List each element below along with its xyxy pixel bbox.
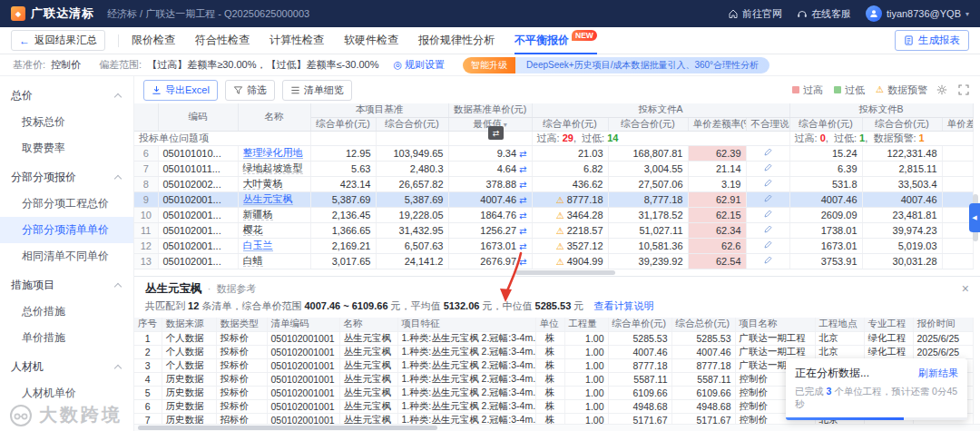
reference-table-header: 序号数据来源数据类型清单编码名称项目特征单位工程量综合单价(元)综合总价(元)项… <box>134 318 973 332</box>
tab-label: 限价检查 <box>132 33 175 48</box>
bidder-b-total-price: 30,031.28 <box>862 253 942 269</box>
fullscreen-icon[interactable] <box>956 83 971 97</box>
bottom-h-scrollbar[interactable] <box>134 424 980 431</box>
table-row[interactable]: 10050102001...新疆杨2,136.4519,228.051864.7… <box>134 207 973 222</box>
table-row[interactable]: 13050102001...白蜡3,017.6524,141.22676.97⇄… <box>134 253 973 269</box>
sidebar-item[interactable]: 总价措施 <box>0 299 133 325</box>
note-cell[interactable] <box>746 161 789 176</box>
official-site-link[interactable]: 前往官网 <box>728 7 782 21</box>
bidder-b-total-price: 2,815.11 <box>862 161 942 176</box>
sidebar-group-header[interactable]: 分部分项报价 <box>0 162 133 191</box>
col-group-bidder-a: 投标文件A <box>532 103 789 117</box>
calc-explain-link[interactable]: 查看计算说明 <box>593 300 653 311</box>
table-row[interactable]: 8050102002...大叶黄杨423.1426,657.82378.88⇄4… <box>134 176 973 191</box>
generate-report-button[interactable]: 生成报表 <box>895 30 969 51</box>
reference-row[interactable]: 1个人数据投标价050102001001丛生元宝枫1.种类:丛生元宝枫 2.冠幅… <box>134 332 973 346</box>
sidebar-item[interactable]: 取费费率 <box>0 135 133 162</box>
sidebar-group-header[interactable]: 人材机 <box>0 351 133 380</box>
item-name-link[interactable]: 樱花 <box>243 224 263 236</box>
base-price-label: 基准价: <box>13 58 45 72</box>
nav-tab[interactable]: 软硬件检查 <box>344 27 398 54</box>
table-row[interactable]: 11050102001...樱花1,366.6531,432.951256.27… <box>134 222 973 238</box>
row-index: 13 <box>134 253 158 269</box>
base-unit-price: 5.63 <box>310 161 376 176</box>
note-cell[interactable] <box>746 222 789 238</box>
compare-icon[interactable]: ⇄ <box>519 226 526 236</box>
collapse-chevron-icon <box>114 283 122 290</box>
edit-note-icon[interactable] <box>763 224 773 234</box>
nav-tab[interactable]: 限价检查 <box>132 27 175 54</box>
generate-report-label: 生成报表 <box>918 34 960 47</box>
edit-note-icon[interactable] <box>763 178 773 188</box>
edit-note-icon[interactable] <box>763 240 773 250</box>
settings-gear-icon[interactable] <box>935 83 949 97</box>
compare-icon[interactable]: ⇄ <box>519 241 526 251</box>
compare-icon[interactable]: ⇄ <box>519 257 526 267</box>
nav-tab[interactable]: 符合性检查 <box>195 27 250 54</box>
item-name-link[interactable]: 白玉兰 <box>243 240 273 251</box>
note-cell[interactable] <box>746 176 789 191</box>
sidebar-item[interactable]: 分部分项清单单价 <box>0 217 133 243</box>
sidebar-group-header[interactable]: 总价 <box>0 80 133 109</box>
table-row[interactable]: 7050101011...绿地起坡造型5.632,480.34.64⇄6.823… <box>134 161 973 176</box>
base-unit-price: 1,366.65 <box>310 222 376 238</box>
user-menu[interactable]: tiyan8736@YQB ▾ <box>866 5 969 22</box>
sidebar-item[interactable]: 单价措施 <box>0 325 133 351</box>
close-icon[interactable]: × <box>962 282 969 295</box>
item-name-link[interactable]: 大叶黄杨 <box>243 178 283 190</box>
rule-settings-link[interactable]: ◎ 规则设置 <box>393 58 445 72</box>
bidder-a-unit-price: ⚠3527.12 <box>532 238 608 253</box>
edit-note-icon[interactable] <box>763 162 773 172</box>
sidebar-item[interactable]: 分部分项工程总价 <box>0 191 133 217</box>
note-cell[interactable] <box>746 145 789 161</box>
sidebar-item[interactable]: 相同清单不同单价 <box>0 243 133 269</box>
note-cell[interactable] <box>746 191 789 207</box>
item-name-link[interactable]: 白蜡 <box>243 255 263 267</box>
tab-label: 符合性检查 <box>195 33 250 48</box>
base-total-price: 19,228.05 <box>376 207 448 222</box>
base-total-price: 2,480.3 <box>376 161 448 176</box>
table-h-scrollbar[interactable] <box>134 269 980 276</box>
col-group-ref: 数据基准单价(元) <box>448 103 532 117</box>
back-to-summary-button[interactable]: ← 返回结果汇总 <box>11 30 105 51</box>
table-row[interactable]: 6050101010...整理绿化用地12.95103,949.659.34⇄2… <box>134 145 973 161</box>
compare-icon[interactable]: ⇄ <box>519 211 526 220</box>
list-detail-button[interactable]: 清单细览 <box>282 80 352 101</box>
note-cell[interactable] <box>746 238 789 253</box>
sidebar-group-header[interactable]: 措施项目 <box>0 269 133 299</box>
base-unit-price: 3,017.65 <box>310 253 376 269</box>
col-a-price: 综合单价(元) <box>532 117 608 131</box>
edit-note-icon[interactable] <box>763 147 773 157</box>
note-cell[interactable] <box>746 253 789 269</box>
compare-icon[interactable]: ⇄ <box>519 149 526 159</box>
ref-low-price: 2676.97⇄ <box>448 253 532 269</box>
item-code: 050102001... <box>158 222 238 238</box>
compare-icon[interactable]: ⇄ <box>519 180 526 190</box>
compare-icon[interactable]: ⇄ <box>519 164 526 174</box>
deepseek-feature-badge[interactable]: DeepSeek+历史项目/成本数据批量引入、360°合理性分析 <box>515 57 769 73</box>
filter-button[interactable]: 筛选 <box>225 80 275 101</box>
item-name-link[interactable]: 整理绿化用地 <box>243 147 303 159</box>
compare-icon[interactable]: ⇄ <box>519 195 526 205</box>
smart-upgrade-badge[interactable]: 智能升级 <box>463 57 515 73</box>
nav-tab[interactable]: 计算性检查 <box>270 27 324 54</box>
note-cell[interactable] <box>746 207 789 222</box>
bidder-b-diff-rate <box>942 253 973 269</box>
item-name-link[interactable]: 绿地起坡造型 <box>243 162 303 174</box>
reference-row[interactable]: 2个人数据投标价050102001001丛生元宝枫1.种类:丛生元宝枫 2.冠幅… <box>134 346 973 359</box>
table-row[interactable]: 12050102001...白玉兰2,169.216,507.631673.01… <box>134 238 973 253</box>
edit-note-icon[interactable] <box>763 193 773 203</box>
panel-expand-tab[interactable]: ◀ <box>969 203 980 232</box>
bidder-a-total-price: 10,581.36 <box>608 238 688 253</box>
nav-tab[interactable]: 不平衡报价NEW <box>514 27 597 54</box>
edit-note-icon[interactable] <box>763 209 773 219</box>
export-excel-button[interactable]: 导出Excel <box>143 80 218 101</box>
edit-note-icon[interactable] <box>763 255 773 265</box>
item-name-link[interactable]: 丛生元宝枫 <box>243 193 293 205</box>
sidebar-item[interactable]: 投标总价 <box>0 109 133 135</box>
online-service-link[interactable]: 在线客服 <box>797 7 851 21</box>
refresh-results-link[interactable]: 刷新结果 <box>918 367 958 380</box>
table-row[interactable]: 9050102001...丛生元宝枫5,387.695,387.694007.4… <box>134 191 973 207</box>
nav-tab[interactable]: 报价规律性分析 <box>418 27 495 54</box>
item-name-link[interactable]: 新疆杨 <box>243 209 273 220</box>
